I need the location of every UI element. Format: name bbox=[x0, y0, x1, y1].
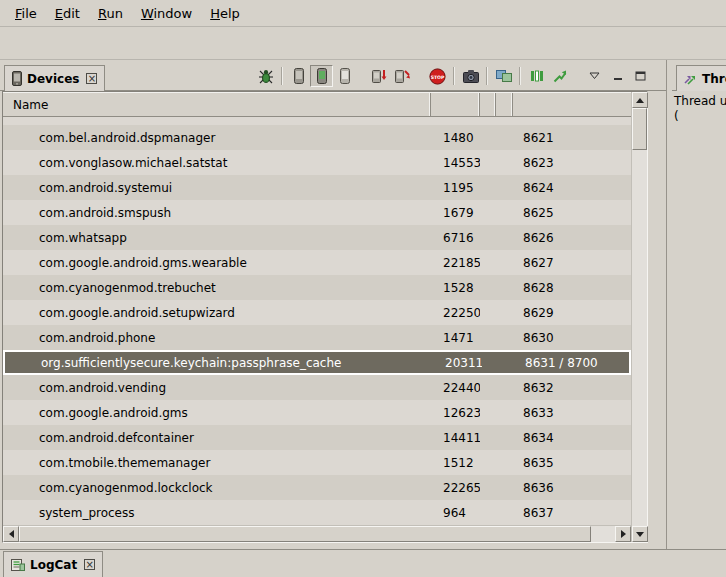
method-profiling-icon[interactable] bbox=[548, 65, 571, 87]
device-online-icon[interactable] bbox=[310, 65, 333, 87]
horizontal-scrollbar[interactable] bbox=[3, 525, 631, 542]
table-row[interactable]: com.whatsapp67168626 bbox=[3, 225, 631, 250]
cell-pid: 20311 bbox=[433, 356, 482, 370]
cell-name: com.android.vending bbox=[3, 381, 431, 395]
cell-pid: 1512 bbox=[431, 456, 480, 470]
dump-hprof-icon[interactable] bbox=[391, 65, 414, 87]
scroll-down-button[interactable] bbox=[632, 526, 648, 542]
table-row[interactable]: system_process9648637 bbox=[3, 500, 631, 525]
table-row[interactable]: com.vonglasow.michael.satstat145538623 bbox=[3, 150, 631, 175]
column-header-name[interactable]: Name bbox=[3, 93, 431, 116]
cell-pid: 22440 bbox=[431, 381, 480, 395]
cell-pid: 14553 bbox=[431, 156, 480, 170]
cell-name: com.tmobile.thememanager bbox=[3, 456, 431, 470]
table-row[interactable]: com.google.android.setupwizard222508629 bbox=[3, 300, 631, 325]
table-row[interactable]: org.sufficientlysecure.keychain:passphra… bbox=[3, 350, 631, 375]
maximize-icon[interactable] bbox=[629, 65, 652, 87]
toolbar-separator bbox=[453, 67, 455, 85]
vertical-scroll-thumb[interactable] bbox=[632, 108, 647, 150]
cell-pid: 1195 bbox=[431, 181, 480, 195]
cell-pid: 1480 bbox=[431, 131, 480, 145]
table-row[interactable]: com.google.android.gms.wearable221858627 bbox=[3, 250, 631, 275]
cell-pid: 22185 bbox=[431, 256, 480, 270]
device-icon[interactable] bbox=[287, 65, 310, 87]
view-menu-icon[interactable] bbox=[583, 65, 606, 87]
horizontal-scroll-thumb[interactable] bbox=[19, 526, 591, 542]
cell-port: 8624 bbox=[513, 181, 631, 195]
column-header-port[interactable] bbox=[513, 93, 631, 116]
cell-name: com.android.defcontainer bbox=[3, 431, 431, 445]
debug-process-icon[interactable] bbox=[254, 65, 277, 87]
logcat-icon bbox=[11, 558, 25, 571]
main-area: Devices × bbox=[0, 60, 726, 549]
logcat-bar: LogCat × bbox=[0, 549, 726, 576]
stop-process-icon[interactable]: STOP bbox=[426, 65, 449, 87]
table-row[interactable]: com.cyanogenmod.lockclock222658636 bbox=[3, 475, 631, 500]
scroll-left-button[interactable] bbox=[3, 526, 19, 542]
cell-name: com.cyanogenmod.lockclock bbox=[3, 481, 431, 495]
threads-pane: Threa × Thread up ( bbox=[672, 60, 726, 549]
menu-window[interactable]: Window bbox=[132, 1, 201, 26]
toolbar-separator bbox=[281, 67, 283, 85]
cell-port: 8632 bbox=[513, 381, 631, 395]
scroll-up-button[interactable] bbox=[632, 92, 648, 108]
devices-tabrow: Devices × bbox=[0, 60, 666, 91]
screen-capture-icon[interactable] bbox=[459, 65, 482, 87]
cell-name: com.android.systemui bbox=[3, 181, 431, 195]
menu-file[interactable]: File bbox=[6, 1, 46, 26]
column-header-1[interactable] bbox=[480, 93, 496, 116]
cell-port: 8628 bbox=[513, 281, 631, 295]
device-rows: com.bel.android.dspmanager14808621com.vo… bbox=[3, 117, 631, 525]
table-row[interactable]: com.cyanogenmod.trebuchet15288628 bbox=[3, 275, 631, 300]
update-heap-icon[interactable] bbox=[368, 65, 391, 87]
close-icon[interactable]: × bbox=[86, 73, 97, 84]
minimize-icon[interactable] bbox=[606, 65, 629, 87]
tab-logcat[interactable]: LogCat × bbox=[3, 551, 103, 577]
cell-port: 8631 / 8700 bbox=[515, 356, 629, 370]
column-header-pid[interactable] bbox=[431, 93, 480, 116]
screen-record-icon[interactable] bbox=[492, 65, 515, 87]
logcat-tab-label: LogCat bbox=[30, 558, 77, 572]
menu-help[interactable]: Help bbox=[201, 1, 249, 26]
device-offline-icon[interactable] bbox=[333, 65, 356, 87]
table-row[interactable]: com.google.android.gms126238633 bbox=[3, 400, 631, 425]
table-row[interactable]: com.tmobile.thememanager15128635 bbox=[3, 450, 631, 475]
table-header: Name bbox=[3, 92, 631, 117]
devices-table: Name com.bel.android.dspmanager14808621c… bbox=[2, 91, 648, 543]
vertical-scroll-track[interactable] bbox=[632, 150, 647, 526]
cell-name: com.android.phone bbox=[3, 331, 431, 345]
vertical-scrollbar[interactable] bbox=[631, 92, 647, 542]
tab-devices[interactable]: Devices × bbox=[4, 65, 105, 91]
cell-port: 8635 bbox=[513, 456, 631, 470]
table-row[interactable]: com.bel.android.dspmanager14808621 bbox=[3, 125, 631, 150]
cell-port: 8633 bbox=[513, 406, 631, 420]
table-row[interactable]: com.android.vending224408632 bbox=[3, 375, 631, 400]
cell-port: 8621 bbox=[513, 131, 631, 145]
menu-edit[interactable]: Edit bbox=[46, 1, 89, 26]
horizontal-scroll-track[interactable] bbox=[591, 526, 615, 542]
cell-pid: 12623 bbox=[431, 406, 480, 420]
devices-table-col: Name com.bel.android.dspmanager14808621c… bbox=[3, 92, 631, 542]
cell-name: com.google.android.gms bbox=[3, 406, 431, 420]
table-row[interactable]: com.android.defcontainer144118634 bbox=[3, 425, 631, 450]
cell-name: org.sufficientlysecure.keychain:passphra… bbox=[5, 356, 433, 370]
table-row[interactable]: com.android.phone14718630 bbox=[3, 325, 631, 350]
update-threads-icon[interactable] bbox=[525, 65, 548, 87]
threads-message-line2: ( bbox=[674, 109, 724, 124]
threads-tabrow: Threa × bbox=[672, 60, 726, 91]
close-icon[interactable]: × bbox=[84, 559, 95, 570]
devices-tab-label: Devices bbox=[27, 72, 79, 86]
svg-text:STOP: STOP bbox=[431, 74, 445, 79]
toolbar-separator bbox=[486, 67, 488, 85]
cell-port: 8625 bbox=[513, 206, 631, 220]
cell-name: com.cyanogenmod.trebuchet bbox=[3, 281, 431, 295]
tab-threads[interactable]: Threa × bbox=[676, 65, 726, 91]
devices-pane: Devices × bbox=[0, 60, 666, 549]
table-row[interactable]: com.android.smspush16798625 bbox=[3, 200, 631, 225]
cell-name: system_process bbox=[3, 506, 431, 520]
column-header-2[interactable] bbox=[496, 93, 513, 116]
table-row[interactable]: com.android.systemui11958624 bbox=[3, 175, 631, 200]
scroll-right-button[interactable] bbox=[615, 526, 631, 542]
toolbar-separator bbox=[519, 67, 521, 85]
menu-run[interactable]: Run bbox=[89, 1, 132, 26]
